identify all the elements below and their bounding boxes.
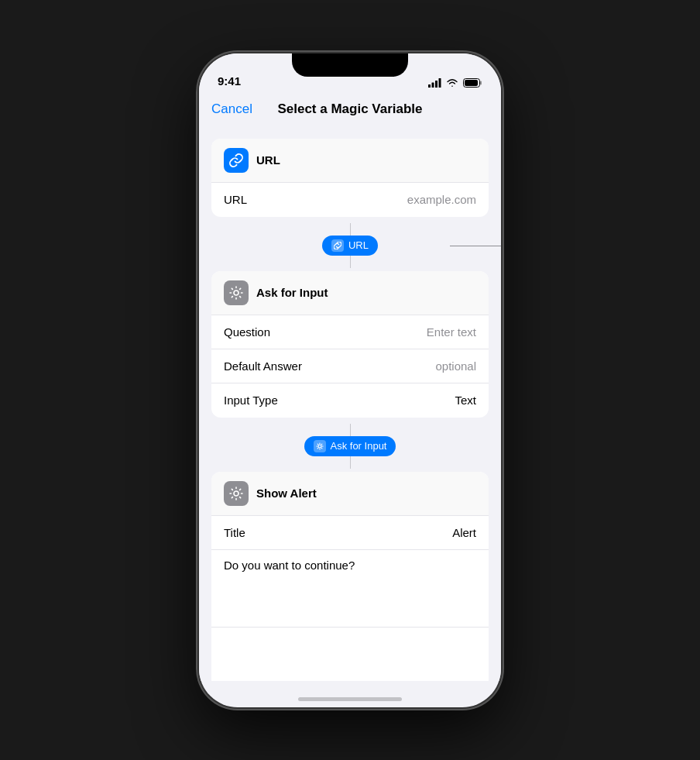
page-title: Select a Magic Variable bbox=[277, 101, 422, 117]
url-card: URL URL example.com bbox=[211, 139, 489, 217]
connector-line-top bbox=[350, 223, 351, 236]
url-connector: URL bbox=[211, 223, 489, 268]
battery-icon bbox=[463, 78, 482, 88]
svg-rect-0 bbox=[428, 84, 431, 88]
show-alert-card-header: Show Alert bbox=[211, 472, 489, 516]
svg-rect-2 bbox=[435, 81, 438, 88]
ask-input-pill-icon bbox=[314, 440, 326, 452]
input-type-value: Text bbox=[455, 394, 476, 407]
url-card-header: URL bbox=[211, 139, 489, 183]
alert-body-row[interactable]: Do you want to continue? bbox=[211, 550, 489, 628]
alert-body-spacer bbox=[211, 628, 489, 681]
ask-input-magic-variable-pill[interactable]: Ask for Input bbox=[304, 436, 396, 456]
ask-input-card-title: Ask for Input bbox=[256, 286, 328, 299]
status-time: 9:41 bbox=[218, 74, 241, 88]
notch bbox=[292, 53, 408, 77]
svg-rect-6 bbox=[465, 80, 478, 86]
svg-rect-1 bbox=[432, 82, 434, 88]
ask-connector-line-bottom bbox=[350, 456, 351, 469]
svg-point-8 bbox=[318, 445, 321, 448]
question-row[interactable]: Question Enter text bbox=[211, 315, 489, 349]
question-placeholder: Enter text bbox=[427, 325, 476, 339]
status-icons bbox=[428, 78, 482, 88]
url-field-placeholder: example.com bbox=[407, 193, 476, 206]
main-content: URL URL example.com URL bbox=[199, 126, 501, 681]
input-type-row[interactable]: Input Type Text bbox=[211, 383, 489, 418]
alert-title-row[interactable]: Title Alert bbox=[211, 516, 489, 550]
alert-body-text: Do you want to continue? bbox=[224, 559, 355, 572]
url-card-title: URL bbox=[256, 153, 280, 167]
signal-icon bbox=[428, 78, 441, 88]
url-pill-container: URL bbox=[211, 236, 489, 256]
url-pill-icon bbox=[331, 239, 344, 252]
alert-title-label: Title bbox=[224, 526, 245, 539]
svg-point-9 bbox=[234, 491, 238, 496]
question-label: Question bbox=[224, 325, 270, 339]
show-alert-icon bbox=[224, 481, 249, 506]
ask-input-icon bbox=[224, 280, 249, 305]
url-field-label: URL bbox=[224, 193, 247, 206]
connector-line-bottom bbox=[350, 256, 351, 268]
ask-input-card-header: Ask for Input bbox=[211, 271, 489, 315]
alert-title-value: Alert bbox=[452, 526, 476, 539]
ask-input-connector: Ask for Input bbox=[211, 424, 489, 469]
svg-rect-5 bbox=[480, 81, 482, 84]
nav-bar: Cancel Select a Magic Variable bbox=[199, 92, 501, 126]
ask-for-input-card: Ask for Input Question Enter text Defaul… bbox=[211, 271, 489, 418]
svg-point-7 bbox=[234, 291, 238, 295]
input-type-label: Input Type bbox=[224, 394, 278, 407]
phone-frame: 9:41 Cancel Select bbox=[199, 53, 501, 707]
url-pill-label: URL bbox=[348, 239, 369, 251]
ask-connector-line-top bbox=[350, 424, 351, 436]
default-answer-label: Default Answer bbox=[224, 359, 302, 373]
url-magic-variable-pill[interactable]: URL bbox=[322, 236, 378, 256]
default-answer-placeholder: optional bbox=[435, 359, 476, 373]
wifi-icon bbox=[446, 78, 458, 88]
show-alert-card: Show Alert Title Alert Do you want to co… bbox=[211, 472, 489, 681]
default-answer-row[interactable]: Default Answer optional bbox=[211, 349, 489, 383]
svg-rect-3 bbox=[439, 78, 441, 88]
show-alert-card-title: Show Alert bbox=[256, 487, 317, 500]
url-icon bbox=[224, 148, 249, 173]
home-indicator bbox=[298, 697, 402, 701]
ask-input-pill-label: Ask for Input bbox=[331, 440, 387, 452]
cancel-button[interactable]: Cancel bbox=[211, 101, 252, 117]
annotation-line bbox=[450, 246, 501, 246]
url-field-row[interactable]: URL example.com bbox=[211, 183, 489, 217]
